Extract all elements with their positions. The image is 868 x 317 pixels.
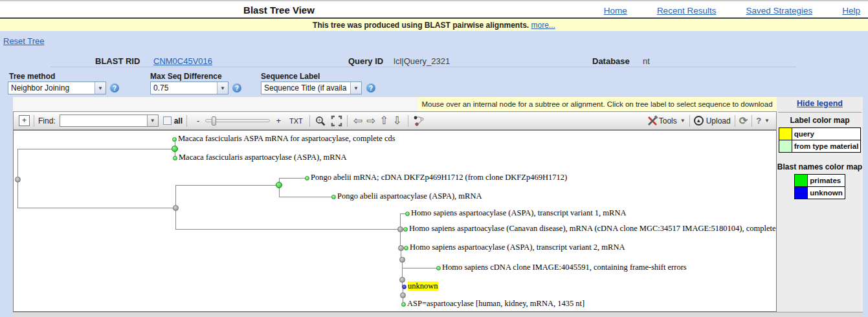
tree-method-value: Neighbor Joining (8, 82, 95, 94)
pan-down-icon[interactable]: ⇩ (393, 115, 402, 126)
legend-swatch (779, 140, 792, 153)
tree-leaf-dot[interactable] (331, 195, 336, 199)
find-input[interactable]: ▼ (60, 115, 159, 127)
pan-right-icon[interactable]: ⇨ (366, 115, 375, 126)
node-path-icon[interactable] (412, 115, 425, 127)
tools-icon (646, 115, 659, 127)
find-input-text[interactable] (60, 115, 147, 126)
blast-rid-value-link[interactable]: CNM0C45V016 (153, 56, 212, 66)
tree-leaf-dot[interactable] (402, 285, 406, 289)
tree-internal-node[interactable] (173, 205, 179, 211)
help-icon: ? (756, 116, 761, 126)
toolbar-separator (347, 115, 348, 127)
txt-export-button[interactable]: TXT (289, 117, 303, 125)
nav-link-recent-results[interactable]: Recent Results (657, 6, 717, 16)
chevron-down-icon: ▼ (764, 118, 770, 124)
legend-row: query (779, 128, 861, 140)
max-seq-difference-select[interactable]: 0.75 ▼ (150, 82, 228, 94)
tree-internal-node[interactable] (400, 292, 406, 298)
sequence-label-help-icon[interactable]: ? (366, 83, 375, 93)
tree-internal-node[interactable] (398, 245, 404, 251)
tree-leaf-dot[interactable] (305, 176, 309, 180)
tree-branch (17, 208, 175, 208)
reset-tree-link[interactable]: Reset Tree (3, 36, 45, 46)
tree-leaf-dot[interactable] (404, 246, 408, 250)
top-nav: HomeRecent ResultsSaved StrategiesHelp (604, 6, 860, 16)
fit-to-screen-icon[interactable] (330, 115, 343, 127)
upload-button[interactable]: ▲ Upload (694, 116, 731, 126)
tree-internal-node[interactable] (172, 146, 178, 152)
database-label: Database (592, 56, 630, 66)
legend-label: from type material (792, 140, 861, 153)
chevron-down-icon[interactable]: ▼ (147, 115, 158, 126)
tree-leaf-label[interactable]: Homo sapiens aspartoacylase (ASPA), tran… (410, 243, 625, 252)
tree-branch (402, 259, 403, 287)
tree-leaf-label[interactable]: Homo sapiens aspartoacylase (Canavan dis… (409, 224, 777, 234)
tree-leaf-label[interactable]: Pongo abelii aspartoacylase (ASPA), mRNA (337, 191, 482, 201)
label-color-map-table: queryfrom type material (779, 127, 862, 153)
tree-internal-node[interactable] (397, 226, 403, 232)
tree-internal-node[interactable] (399, 257, 405, 263)
tree-internal-node[interactable] (276, 182, 282, 188)
legend-row: primates (795, 175, 845, 187)
nav-link-help[interactable]: Help (842, 6, 860, 16)
help-menu-button[interactable]: ? ▼ (756, 116, 770, 126)
tree-leaf-dot[interactable] (405, 212, 410, 216)
expand-all-button[interactable]: + (19, 115, 30, 126)
legend-swatch (795, 175, 808, 187)
tree-leaf-label[interactable]: Macaca fascicularis aspartoacylase (ASPA… (179, 153, 347, 162)
max-seq-difference-help-icon[interactable]: ? (232, 83, 241, 93)
tree-branch (175, 185, 279, 186)
legend-swatch (795, 187, 808, 199)
more-link[interactable]: more... (531, 21, 555, 30)
find-all-checkbox[interactable] (163, 116, 172, 125)
tools-label: Tools (659, 116, 677, 126)
tree-internal-node[interactable] (15, 177, 21, 182)
toolbar-separator (689, 115, 690, 127)
legend-row: unknown (795, 187, 845, 199)
tree-leaf-label[interactable]: Homo sapiens aspartoacylase (ASPA), tran… (411, 208, 626, 218)
tree-leaf-dot[interactable] (173, 156, 177, 160)
summary-separator (50, 67, 796, 67)
pan-left-icon[interactable]: ⇦ (353, 115, 362, 126)
tree-branch (402, 268, 438, 268)
tree-leaf-dot[interactable] (436, 266, 441, 270)
tools-menu-button[interactable]: Tools ▼ (646, 115, 685, 127)
tree-canvas[interactable]: Macaca fascicularis ASPA mRNA for aspart… (13, 130, 777, 312)
tree-leaf-label[interactable]: Pongo abelii mRNA; cDNA DKFZp469H1712 (f… (311, 173, 567, 182)
hint-row: Mouse over an internal node for a subtre… (13, 97, 777, 111)
database-value: nt (643, 56, 650, 66)
tree-internal-node[interactable] (399, 277, 405, 283)
tree-method-help-icon[interactable]: ? (110, 83, 119, 93)
chevron-down-icon: ▼ (350, 82, 361, 94)
zoom-out-button[interactable]: - (197, 116, 199, 126)
nav-link-home[interactable]: Home (604, 6, 627, 16)
tree-leaf-dot[interactable] (401, 302, 406, 307)
zoom-slider-thumb[interactable] (212, 116, 216, 126)
tree-branch (175, 229, 400, 230)
max-seq-difference-value: 0.75 (151, 82, 217, 94)
tree-toolbar: + Find: ▼ all - + TXT (13, 111, 777, 130)
tree-leaf-label[interactable]: unknown (408, 281, 438, 291)
tree-leaf-label[interactable]: Homo sapiens cDNA clone IMAGE:4045591, c… (442, 263, 687, 272)
zoom-in-button[interactable]: + (276, 116, 281, 126)
bottom-scrollbar-track[interactable] (13, 312, 863, 317)
pan-up-icon[interactable]: ⇧ (379, 115, 388, 126)
legend-label: query (792, 128, 861, 140)
chevron-down-icon: ▼ (217, 82, 228, 94)
find-label: Find: (38, 116, 56, 126)
hide-legend-link[interactable]: Hide legend (777, 99, 863, 108)
tree-leaf-dot[interactable] (403, 227, 408, 232)
tree-leaf-dot[interactable] (172, 137, 177, 142)
sequence-label-select[interactable]: Sequence Title (if availa ▼ (261, 82, 362, 94)
tree-viewer-left: Mouse over an internal node for a subtre… (13, 97, 777, 312)
banner-text: This tree was produced using BLAST pairw… (313, 21, 529, 30)
tree-leaf-label[interactable]: Macaca fascicularis ASPA mRNA for aspart… (178, 134, 395, 144)
tree-method-select[interactable]: Neighbor Joining ▼ (8, 82, 106, 94)
zoom-slider[interactable] (205, 119, 270, 122)
zoom-to-selection-icon[interactable] (314, 115, 327, 127)
page-title: Blast Tree View (0, 5, 558, 16)
refresh-icon[interactable]: ⟳ (739, 115, 748, 127)
tree-leaf-label[interactable]: ASP=aspartoacylase [human, kidney, mRNA,… (407, 299, 584, 309)
nav-link-saved-strategies[interactable]: Saved Strategies (746, 6, 812, 16)
